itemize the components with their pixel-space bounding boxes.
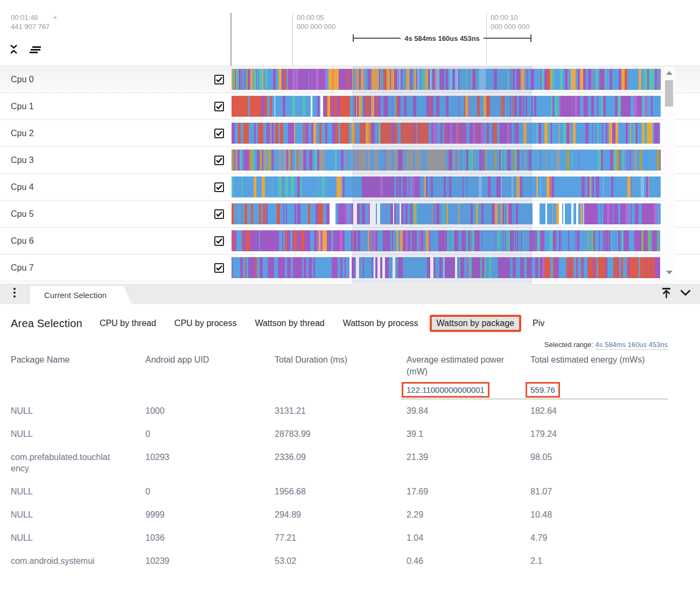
track-checkbox[interactable] bbox=[214, 129, 224, 138]
table-cell: com.android.systemui bbox=[11, 549, 145, 572]
track-row-cpu-7[interactable]: Cpu 7 bbox=[0, 254, 700, 281]
table-cell: NULL bbox=[11, 399, 145, 422]
track-label: Cpu 3 bbox=[11, 155, 34, 165]
table-cell: 10293 bbox=[145, 445, 275, 480]
table-cell: NULL bbox=[11, 503, 145, 526]
collapse-tracks-icon[interactable] bbox=[10, 44, 18, 54]
table-cell: NULL bbox=[11, 480, 145, 503]
table-cell: 81.07 bbox=[530, 480, 668, 503]
track-label: Cpu 0 bbox=[11, 75, 34, 84]
track-list: Cpu 0Cpu 1Cpu 2Cpu 3Cpu 4Cpu 5Cpu 6Cpu 7 bbox=[0, 66, 700, 284]
table-cell: NULL bbox=[11, 526, 145, 549]
column-header[interactable]: Android app UID bbox=[145, 349, 275, 378]
table-cell: 1000 bbox=[145, 399, 275, 422]
table-cell: 10.48 bbox=[530, 503, 668, 526]
summary-avg-power: 122.11000000000001 bbox=[402, 382, 489, 398]
table-cell: 53.02 bbox=[275, 549, 407, 572]
track-row-cpu-5[interactable]: Cpu 5 bbox=[0, 201, 700, 228]
table-cell: 17.69 bbox=[407, 480, 530, 503]
table-cell: 0 bbox=[145, 480, 275, 503]
track-label: Cpu 1 bbox=[11, 102, 34, 111]
track-checkbox[interactable] bbox=[214, 263, 224, 273]
column-header[interactable]: Package Name bbox=[11, 349, 145, 378]
timeline-origin-timestamp: 00:01:48+ 441 907 767 bbox=[11, 13, 57, 31]
table-cell: 39.1 bbox=[407, 422, 530, 445]
track-row-cpu-3[interactable]: Cpu 3 bbox=[0, 147, 700, 174]
table-cell: com.prefabulated.touchlatency bbox=[11, 445, 145, 480]
track-row-cpu-4[interactable]: Cpu 4 bbox=[0, 174, 700, 201]
scroll-up-arrow-icon[interactable] bbox=[666, 71, 673, 75]
summary-total-energy: 559.76 bbox=[526, 382, 560, 398]
track-row-cpu-0[interactable]: Cpu 0 bbox=[0, 66, 700, 93]
table-cell: 179.24 bbox=[530, 422, 668, 445]
table-cell: 3131.21 bbox=[275, 399, 407, 422]
tab-current-selection[interactable]: Current Selection bbox=[30, 286, 131, 304]
scrollbar-thumb[interactable] bbox=[665, 80, 673, 107]
table-cell: 0.46 bbox=[407, 549, 530, 572]
table-cell: 98.05 bbox=[530, 445, 668, 480]
panel-tab-wattson-by-thread[interactable]: Wattson by thread bbox=[255, 319, 324, 328]
scroll-down-arrow-icon[interactable] bbox=[666, 271, 673, 274]
track-checkbox[interactable] bbox=[214, 209, 224, 219]
table-cell: NULL bbox=[11, 422, 145, 445]
selection-duration-bracket: 4s 584ms 160us 453ns bbox=[353, 34, 531, 43]
collapse-panel-icon[interactable] bbox=[680, 289, 691, 296]
track-row-cpu-6[interactable]: Cpu 6 bbox=[0, 228, 700, 254]
kebab-menu-icon[interactable] bbox=[13, 288, 16, 298]
track-checkbox[interactable] bbox=[214, 236, 224, 246]
table-cell: 2.29 bbox=[407, 503, 530, 526]
track-row-cpu-2[interactable]: Cpu 2 bbox=[0, 120, 700, 147]
panel-tab-cpu-by-process[interactable]: CPU by process bbox=[174, 319, 237, 328]
table-cell: 21.39 bbox=[407, 445, 530, 480]
table-cell: 2336.09 bbox=[275, 445, 407, 480]
panel-tab-wattson-by-package[interactable]: Wattson by package bbox=[430, 315, 521, 332]
table-cell: 28783.99 bbox=[275, 422, 407, 445]
track-checkbox[interactable] bbox=[214, 75, 224, 84]
track-checkbox[interactable] bbox=[214, 182, 224, 192]
bottom-tab-strip: Current Selection bbox=[0, 284, 700, 304]
timeline-tick-label: 00:00:10 000 000 000 bbox=[491, 13, 529, 31]
panel-title: Area Selection bbox=[11, 317, 82, 330]
expand-panel-icon[interactable] bbox=[661, 286, 672, 299]
table-cell: 9999 bbox=[145, 503, 275, 526]
column-header[interactable]: Total Duration (ms) bbox=[275, 349, 407, 378]
selection-panel: Area Selection CPU by threadCPU by proce… bbox=[0, 304, 700, 572]
table-cell: 1.04 bbox=[407, 526, 530, 549]
table-cell: 39.84 bbox=[407, 399, 530, 422]
bracket-right-tick bbox=[530, 34, 531, 42]
track-label: Cpu 7 bbox=[11, 263, 34, 273]
column-header[interactable]: Total estimated energy (mWs) bbox=[530, 349, 668, 378]
track-label: Cpu 4 bbox=[11, 182, 34, 192]
timeline-tick-label: 00:00:05 000 000 000 bbox=[297, 13, 335, 31]
panel-tab-piv[interactable]: Piv bbox=[533, 319, 544, 328]
track-label: Cpu 5 bbox=[11, 209, 34, 219]
selection-duration-label: 4s 584ms 160us 453ns bbox=[401, 34, 484, 43]
table-cell: 77.21 bbox=[275, 526, 407, 549]
column-header[interactable]: Average estimated power (mW) bbox=[407, 349, 530, 378]
table-cell: 182.64 bbox=[530, 399, 668, 422]
track-row-cpu-1[interactable]: Cpu 1 bbox=[0, 93, 700, 120]
table-cell: 4.79 bbox=[530, 526, 668, 549]
timeline-gridline bbox=[292, 13, 293, 66]
timeline-gridline bbox=[230, 13, 232, 66]
table-cell: 1036 bbox=[145, 526, 275, 549]
table-cell: 1956.68 bbox=[275, 480, 407, 503]
area-selection-overlay[interactable] bbox=[353, 66, 531, 284]
table-cell: 294.89 bbox=[275, 503, 407, 526]
wattson-package-table: Package NameAndroid app UIDTotal Duratio… bbox=[11, 349, 700, 572]
track-label: Cpu 6 bbox=[11, 236, 34, 246]
track-checkbox[interactable] bbox=[214, 102, 224, 111]
table-cell: 0 bbox=[145, 422, 275, 445]
panel-tab-wattson-by-process[interactable]: Wattson by process bbox=[343, 319, 418, 328]
track-checkbox[interactable] bbox=[214, 155, 224, 165]
panel-tab-cpu-by-thread[interactable]: CPU by thread bbox=[100, 319, 156, 328]
table-cell: 10239 bbox=[145, 549, 275, 572]
track-label: Cpu 2 bbox=[11, 129, 34, 138]
sort-tracks-icon[interactable] bbox=[29, 45, 43, 54]
timeline-header: 00:01:48+ 441 907 767 00:00:05 000 000 0… bbox=[0, 0, 700, 66]
track-scrollbar[interactable] bbox=[663, 67, 675, 283]
selected-range: Selected range: 4s 584ms 160us 453ns bbox=[0, 341, 668, 349]
table-cell: 2.1 bbox=[530, 549, 668, 572]
